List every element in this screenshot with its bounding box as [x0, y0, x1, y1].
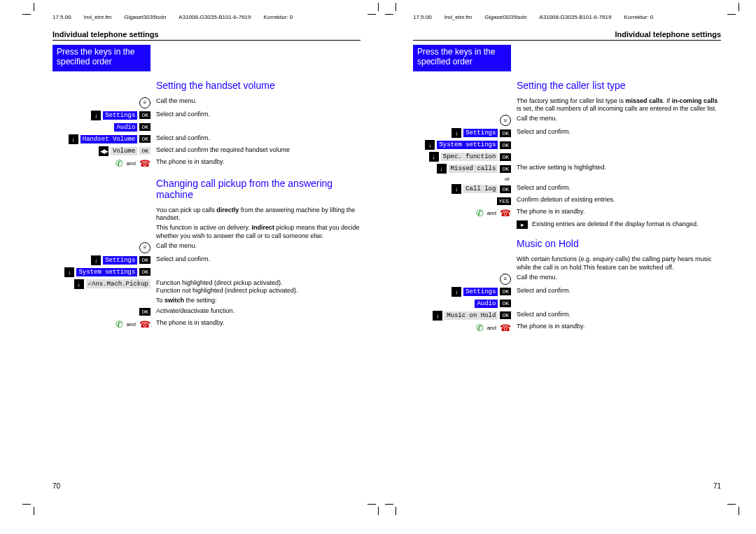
meta-row: 17.5.00 Ind_einr.fm Gigaset3035isdn A310…: [413, 14, 721, 20]
down-arrow-icon: ↓: [451, 287, 461, 297]
section-title: Individual telephone settings: [52, 30, 360, 41]
step-text: Call the menu.: [517, 115, 721, 122]
menu-settings: Settings: [463, 129, 498, 137]
ok-button: OK: [500, 141, 511, 149]
menu-ans-mach-pickup: ✓Ans.Mach.Pickup: [86, 279, 150, 288]
menu-handset-volume: Handset Volume: [80, 135, 138, 143]
ok-button: OK: [139, 111, 150, 119]
heading-music-on-hold: Music on Hold: [517, 238, 721, 249]
step-text: Select and confirm.: [517, 128, 721, 136]
menu-icon: ≡: [139, 242, 150, 253]
down-arrow-icon: ↓: [91, 255, 101, 265]
meta-file: Ind_einr.fm: [84, 14, 112, 20]
or-text: or: [413, 176, 511, 182]
step-text: Confirm deletion of existing entries.: [517, 196, 721, 204]
ok-button: OK: [500, 129, 511, 137]
paragraph: This function is active on delivery. Ind…: [156, 224, 360, 240]
down-arrow-icon: ↓: [425, 140, 435, 150]
section-title: Individual telephone settings: [413, 30, 721, 41]
step-text: Select and confirm.: [156, 111, 360, 118]
phone-off-hook-icon: ✆: [476, 208, 484, 218]
ok-button: OK: [500, 153, 511, 161]
down-arrow-icon: ↓: [437, 164, 447, 174]
menu-icon: ≡: [500, 274, 511, 285]
step-text: Select and confirm.: [517, 184, 721, 192]
down-arrow-icon: ↓: [74, 279, 84, 289]
page-number: 71: [713, 482, 721, 490]
ok-button: OK: [139, 135, 150, 143]
ok-button: OK: [500, 165, 511, 173]
meta-docid: A31008-G3035-B101-6-7619: [178, 14, 251, 20]
menu-system-settings: System settings: [76, 268, 137, 276]
ok-button: OK: [500, 288, 511, 295]
ok-button: OK: [500, 311, 511, 319]
menu-icon: ≡: [139, 97, 150, 108]
meta-product: Gigaset3035isdn: [124, 14, 166, 20]
press-box: Press the keys in the specified order: [413, 45, 511, 71]
meta-date: 17.5.00: [52, 14, 71, 20]
down-arrow-icon: ↓: [451, 128, 461, 138]
paragraph: With certain functions (e.g. enquiry cal…: [517, 255, 721, 272]
step-text: Call the menu.: [517, 274, 721, 281]
step-text: The phone is in standby.: [156, 158, 360, 166]
step-text: Call the menu.: [156, 242, 360, 250]
and-text: and: [127, 321, 136, 328]
paragraph: To switch the setting:: [156, 297, 360, 304]
menu-audio: Audio: [114, 123, 137, 132]
menu-settings: Settings: [103, 256, 137, 265]
ok-button: OK: [139, 123, 150, 131]
and-text: and: [487, 325, 496, 331]
menu-settings: Settings: [463, 288, 498, 296]
menu-system-settings: System settings: [437, 141, 498, 149]
page-right: 17.5.00 Ind_einr.fm Gigaset3035isdn A310…: [413, 14, 721, 504]
step-text: Select and confirm.: [517, 311, 721, 318]
menu-audio: Audio: [475, 300, 498, 308]
heading-call-pickup: Changing call pickup from the answering …: [156, 178, 360, 200]
menu-settings: Settings: [103, 111, 137, 120]
heading-handset-volume: Setting the handset volume: [156, 80, 360, 91]
note: ▸Existing entries are deleted if the dis…: [517, 220, 721, 229]
phone-on-hook-icon: ☎: [139, 158, 150, 169]
ok-button: OK: [139, 256, 150, 264]
meta-korrektur: Korrektur: 0: [624, 14, 654, 20]
step-text: Select and confirm the required handset …: [156, 146, 360, 154]
step-text: The phone is in standby.: [517, 208, 721, 216]
and-text: and: [487, 210, 496, 216]
down-arrow-icon: ↓: [451, 184, 461, 194]
heading-caller-list-type: Setting the caller list type: [517, 80, 721, 91]
meta-date: 17.5.00: [413, 14, 432, 20]
down-arrow-icon: ↓: [429, 152, 439, 162]
phone-on-hook-icon: ☎: [500, 208, 511, 218]
step-text: Function highlighted (direct pickup acti…: [156, 279, 360, 295]
content-right: Setting the caller list type The factory…: [413, 76, 721, 333]
down-arrow-icon: ↓: [433, 311, 442, 321]
menu-spec-function: Spec. function: [441, 153, 498, 161]
phone-off-hook-icon: ✆: [115, 158, 123, 169]
paragraph: You can pick up calls directly from the …: [156, 206, 360, 223]
ok-button: OK: [500, 185, 511, 193]
ok-button-grey: OK: [139, 147, 150, 155]
menu-volume: Volume: [111, 147, 137, 155]
phone-off-hook-icon: ✆: [115, 319, 123, 330]
phone-off-hook-icon: ✆: [476, 323, 484, 333]
step-text: Select and confirm.: [156, 134, 360, 142]
ok-button: OK: [139, 308, 150, 316]
step-text: Activate/deactivate function.: [156, 307, 360, 315]
phone-on-hook-icon: ☎: [139, 319, 150, 330]
note-text: Existing entries are deleted if the disp…: [532, 220, 699, 228]
menu-music-on-hold: Music on Hold: [444, 311, 498, 320]
yes-button: YES: [497, 197, 511, 205]
content-left: Setting the handset volume ≡ Call the me…: [52, 76, 360, 330]
step-text: The phone is in standby.: [517, 323, 721, 330]
meta-row: 17.5.00 Ind_einr.fm Gigaset3035isdn A310…: [52, 14, 360, 20]
menu-icon: ≡: [500, 115, 511, 126]
meta-file: Ind_einr.fm: [444, 14, 472, 20]
step-text: Select and confirm.: [517, 287, 721, 295]
step-text: Select and confirm.: [156, 255, 360, 263]
step-text: The phone is in standby.: [156, 319, 360, 327]
meta-docid: A31008-G3035-B101-6-7619: [539, 14, 611, 20]
down-arrow-icon: ↓: [69, 134, 78, 144]
page-number: 70: [52, 482, 60, 490]
press-box: Press the keys in the specified order: [52, 45, 150, 71]
meta-product: Gigaset3035isdn: [484, 14, 526, 20]
